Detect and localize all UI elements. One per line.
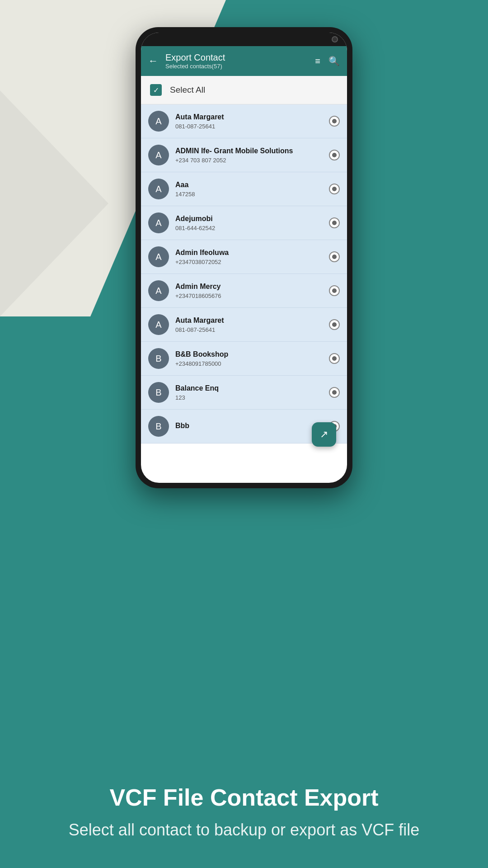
phone-device: ← Export Contact Selected contacts(57) ≡… [136,27,352,488]
radio-button[interactable] [329,116,340,127]
contact-name: Admin Mercy [175,282,323,292]
contact-name: Auta Margaret [175,316,323,326]
contact-phone: 147258 [175,191,323,198]
radio-button[interactable] [329,217,340,228]
contact-phone: +2348091785000 [175,360,323,367]
contact-name: Balance Enq [175,384,323,393]
select-all-label: Select All [170,85,205,95]
contact-phone: 123 [175,394,323,401]
app-header: ← Export Contact Selected contacts(57) ≡… [141,46,347,76]
list-item[interactable]: A Auta Margaret 081-087-25641 [141,104,347,138]
export-fab[interactable]: ↗ [312,422,336,447]
avatar: B [148,348,169,369]
avatar: A [148,280,169,301]
bottom-title: VCF File Contact Export [36,785,452,811]
avatar: B [148,382,169,403]
list-item[interactable]: A ADMIN Ife- Grant Mobile Solutions +234… [141,138,347,172]
contact-phone: +2347038072052 [175,259,323,265]
camera-dot [332,36,338,42]
list-item[interactable]: A Adejumobi 081-644-62542 [141,206,347,240]
radio-button[interactable] [329,387,340,398]
avatar: B [148,416,169,437]
back-button[interactable]: ← [148,55,158,67]
contact-phone: 081-644-62542 [175,225,323,231]
contact-phone: +2347018605676 [175,292,323,299]
radio-button[interactable] [329,319,340,330]
avatar: A [148,179,169,199]
contact-name: Admin Ifeoluwa [175,248,323,258]
status-bar [141,33,347,46]
avatar: A [148,246,169,267]
contact-list: A Auta Margaret 081-087-25641 A ADMIN If… [141,104,347,443]
radio-button[interactable] [329,353,340,364]
list-item[interactable]: A Admin Ifeoluwa +2347038072052 [141,240,347,274]
avatar: A [148,212,169,233]
list-item[interactable]: B Balance Enq 123 [141,376,347,410]
avatar: A [148,111,169,132]
filter-icon[interactable]: ≡ [315,56,320,66]
radio-button[interactable] [329,251,340,262]
select-all-row[interactable]: ✓ Select All [141,76,347,104]
bottom-section: VCF File Contact Export Select all conta… [0,785,488,841]
page-title: Export Contact [165,52,308,63]
select-all-checkbox[interactable]: ✓ [150,84,162,96]
avatar: A [148,145,169,165]
list-item[interactable]: A Auta Margaret 081-087-25641 [141,308,347,342]
contact-name: Aaa [175,180,323,190]
contact-phone: 081-087-25641 [175,326,323,333]
radio-button[interactable] [329,285,340,296]
list-item[interactable]: A Admin Mercy +2347018605676 [141,274,347,308]
radio-button[interactable] [329,184,340,194]
selected-count: Selected contacts(57) [165,63,308,70]
contact-phone: 081-087-25641 [175,123,323,130]
list-item[interactable]: A Aaa 147258 [141,172,347,206]
contact-name: B&B Bookshop [175,350,323,359]
contact-phone: +234 703 807 2052 [175,157,323,164]
radio-button[interactable] [329,150,340,160]
contact-name: Adejumobi [175,214,323,224]
contact-name: Bbb [175,421,323,431]
list-item[interactable]: B B&B Bookshop +2348091785000 [141,342,347,376]
bottom-subtitle: Select all contact to backup or export a… [36,820,452,841]
avatar: A [148,314,169,335]
contact-name: Auta Margaret [175,113,323,122]
contact-name: ADMIN Ife- Grant Mobile Solutions [175,146,323,156]
search-icon[interactable]: 🔍 [328,56,340,66]
